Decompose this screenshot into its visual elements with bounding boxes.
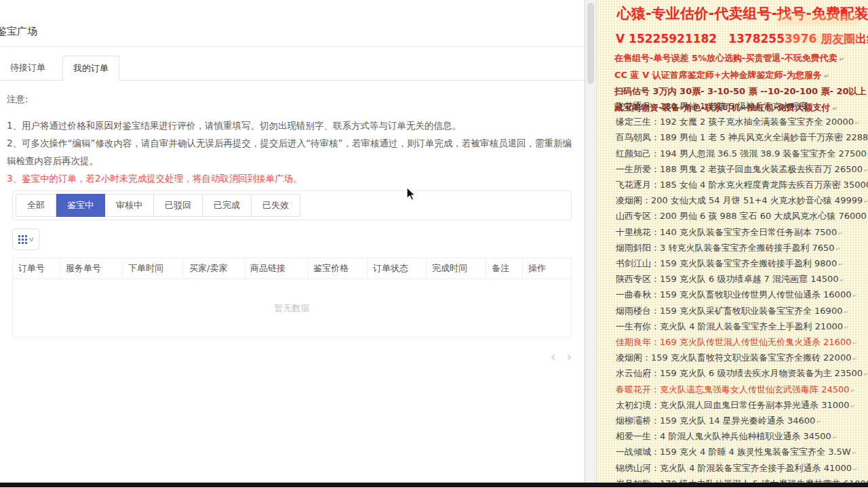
page-title: 鉴宝广场	[0, 25, 37, 38]
notice-list: 1、用户将通过价格和原因对鉴宝结果进行评价，请慎重填写。切勿出现错别字、联系方式…	[7, 117, 573, 187]
list-item: 十里桃花：140 克火队装备宝宝齐全日常任务副本 7500	[616, 225, 868, 241]
notice-item: 1、用户将通过价格和原因对鉴宝结果进行评价，请慎重填写。切勿出现错别字、联系方式…	[7, 117, 573, 134]
next-page-button[interactable]: ›	[566, 347, 572, 366]
list-item: 春暖花开：克火队遗忘鬼强毒女人传世仙玄武强毒阵 24500	[616, 382, 868, 398]
filter-button[interactable]: 已驳回	[154, 194, 203, 217]
table-header-cell: 商品链接	[245, 258, 308, 279]
table-header-cell: 服务单号	[60, 258, 123, 279]
grid-icon	[18, 235, 27, 244]
list-item: 凌烟阁：200 女仙大成 54 月饼 51+4 火克水妙音心猿 49999	[616, 193, 868, 209]
list-item: 飞花逐月：185 女仙 4 阶水克火程度青龙阵去疾百万亲密 35000	[616, 178, 868, 193]
filter-button[interactable]: 已完成	[203, 194, 252, 217]
list-item: 山西专区：200 男仙 6 孩 988 宝石 60 大成风克水心猿 76000	[616, 209, 868, 224]
list-item: 烟柳灞桥：159 克火队 14 星异光秦岭通杀 34600	[616, 413, 868, 429]
notice-heading: 注意:	[7, 94, 573, 106]
list-item: 锦绣山河：克火队 4 阶混装备宝宝齐全接手盈利通杀 41000	[616, 461, 868, 476]
scrollbar[interactable]	[585, 0, 597, 483]
notice-item: 2、可多次操作“编辑”修改内容，请自审并确认无误后再提交，提交后进入“待审核”，…	[7, 134, 573, 169]
panel-header-line: V 15225921182 13782553976 朋友圈出组号	[597, 31, 868, 49]
table-body: 暂无数据	[13, 279, 571, 337]
panel-header-line: 扫码估号 3万内 30票- 3-10-50 票 --10-20-100 票- 2…	[597, 85, 868, 99]
list-item: 烟雨楼台：159 克火队采矿畜牧职业装备宝宝齐全 16900	[616, 304, 868, 319]
list-item: 太初幻境：克火队混人回血鬼日常任务副本异光通杀 31000	[616, 398, 868, 413]
panel-header-line: 心猿-专业估价-代卖组号-找号-免费配装	[597, 5, 868, 26]
pagination: ‹ ›	[0, 347, 572, 366]
mouse-cursor	[406, 187, 416, 203]
table-header-cell: 买家/卖家	[184, 258, 245, 279]
filter-button[interactable]: 鉴宝中	[56, 194, 105, 217]
empty-state-text: 暂无数据	[13, 302, 571, 314]
list-item: 飞花逐月：180 男仙 1 老孩 5 级神兵雷克水程度	[616, 99, 868, 115]
tab-my-orders[interactable]: 我的订单	[62, 56, 119, 81]
notice-item: 3、鉴宝中的订单，若2小时未完成提交处理，将自动取消回到接单广场。	[7, 169, 573, 187]
account-listings: 飞花逐月：180 男仙 1 老孩 5 级神兵雷克水程度缘定三生：192 女魔 2…	[597, 99, 868, 483]
list-item: 百鸟朝凤：189 男仙 1 老 5 神兵风克火全满妙音千万亲密 22888	[616, 130, 868, 146]
list-item: 相爱一生：4 阶混人鬼火队神兵仙种植职业通杀 34500	[616, 429, 868, 445]
table-header-cell: 鉴宝价格	[308, 258, 368, 279]
panel-header-line: CC 蓝 V 认证首席鉴定师+大神金牌鉴定师-为您服务	[597, 68, 868, 83]
filter-button[interactable]: 全部	[16, 194, 56, 217]
filter-button[interactable]: 审核中	[105, 194, 154, 217]
list-item: 书剑江山：159 克火队装备宝宝齐全搬砖接手盈利 9800	[616, 256, 868, 272]
order-page: 鉴宝广场 待接订单我的订单 注意: 1、用户将通过价格和原因对鉴宝结果进行评价，…	[0, 0, 585, 483]
table-header-cell: 订单状态	[368, 258, 427, 279]
table-header-cell: 完成时间	[427, 258, 486, 279]
list-item: 一战倾城：159 克火 4 阶睡 4 族灵性鬼装备宝宝齐全 3.5W	[616, 445, 868, 460]
list-item: 烟雨斜阳：3 转克火队装备宝宝齐全搬砖接手盈利 7650	[616, 241, 868, 256]
list-item: 水云仙府：159 克火队 6 级功绩去疾水月物资装备为主 23500	[616, 366, 868, 382]
list-item: 凌烟阁：159 克火队畜牧符文职业装备宝宝齐全搬砖 22000	[616, 350, 868, 366]
table-header-cell: 订单号	[13, 258, 60, 279]
sales-notes-panel: 心猿-专业估价-代卖组号-找号-免费配装V 15225921182 137825…	[597, 0, 868, 483]
list-item: 岁月如歌：170 级大力队仙器混人 5 破女魔强牛魔甘霖龙 61000	[616, 476, 868, 483]
table-header-cell: 下单时间	[123, 258, 184, 279]
tab-bar: 待接订单我的订单	[0, 56, 585, 81]
column-settings-button[interactable]: ∨	[12, 228, 39, 250]
list-item: 佳期良年：169 克火队传世混人传世仙无价鬼火通杀 21600	[616, 335, 868, 350]
panel-header-line: 在售组号-单号误差 5%放心选购-买贵管退-不玩免费代卖	[597, 52, 868, 66]
filter-button[interactable]: 已失效	[252, 194, 300, 217]
table-header-cell: 备注	[486, 258, 523, 279]
chevron-down-icon: ∨	[28, 236, 34, 243]
list-item: 一生有你：克火队 4 阶混人装备宝宝齐全上手盈利 21000	[616, 319, 868, 335]
status-filter-bar: 全部鉴宝中审核中已驳回已完成已失效	[12, 190, 572, 220]
table-header-cell: 操作	[523, 258, 571, 279]
screen: 鉴宝广场 待接订单我的订单 注意: 1、用户将通过价格和原因对鉴宝结果进行评价，…	[0, 0, 868, 488]
tab-pending-orders[interactable]: 待接订单	[0, 56, 56, 80]
list-item: 陕西专区：159 克火队 6 级功绩卓越 7 混沌画窟 14500	[616, 272, 868, 287]
table-header-row: 订单号服务单号下单时间买家/卖家商品链接鉴宝价格订单状态完成时间备注操作	[13, 258, 571, 279]
orders-table: 订单号服务单号下单时间买家/卖家商品链接鉴宝价格订单状态完成时间备注操作 暂无数…	[12, 258, 572, 338]
list-item: 一生所爱：188 男鬼 2 老孩子回血鬼火装孟极去疾百万 26500	[616, 162, 868, 178]
prev-page-button[interactable]: ‹	[551, 347, 556, 366]
list-item: 红颜知己：194 男人忽混 36.5 强混 38.9 装备宝宝齐全 27500	[616, 146, 868, 162]
list-item: 一曲春秋：159 克火队畜牧职业传世男人传世仙通杀 16000	[616, 287, 868, 303]
scrollbar-thumb[interactable]	[587, 3, 594, 84]
list-item: 缘定三生：192 女魔 2 孩子克水抽全满装备宝宝齐全 20000	[616, 115, 868, 130]
bottom-bar	[0, 483, 868, 487]
notice-block: 注意: 1、用户将通过价格和原因对鉴宝结果进行评价，请慎重填写。切勿出现错别字、…	[7, 94, 573, 187]
divider	[0, 46, 585, 47]
